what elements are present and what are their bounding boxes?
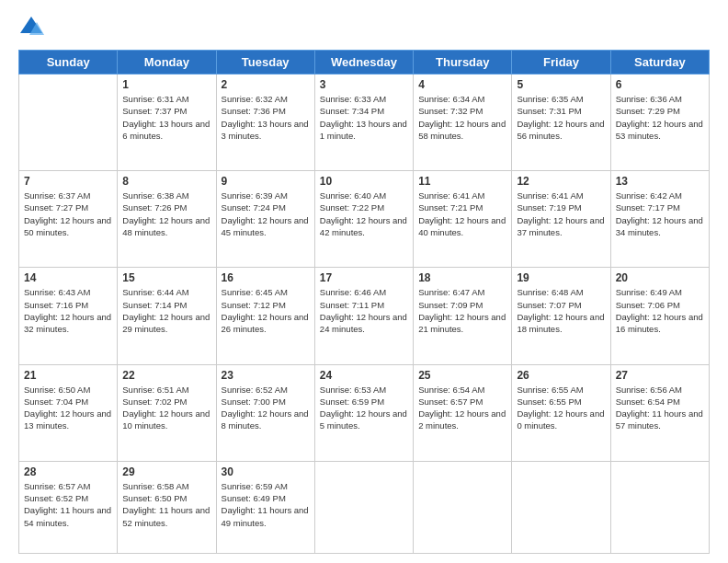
header-row: SundayMondayTuesdayWednesdayThursdayFrid… [19, 51, 710, 75]
calendar-cell [512, 461, 610, 553]
day-number: 29 [122, 465, 210, 478]
day-info: Sunrise: 6:33 AMSunset: 7:34 PMDaylight:… [320, 93, 408, 142]
day-number: 4 [418, 78, 506, 91]
day-number: 10 [320, 175, 408, 188]
day-info: Sunrise: 6:57 AMSunset: 6:52 PMDaylight:… [24, 480, 112, 529]
calendar-cell: 4Sunrise: 6:34 AMSunset: 7:32 PMDaylight… [414, 75, 512, 171]
week-row-3: 14Sunrise: 6:43 AMSunset: 7:16 PMDayligh… [19, 268, 710, 364]
week-row-5: 28Sunrise: 6:57 AMSunset: 6:52 PMDayligh… [19, 461, 710, 553]
day-number: 23 [222, 369, 310, 382]
day-number: 12 [517, 175, 605, 188]
calendar-cell: 7Sunrise: 6:37 AMSunset: 7:27 PMDaylight… [19, 171, 118, 268]
day-number: 22 [122, 369, 210, 382]
day-info: Sunrise: 6:50 AMSunset: 7:04 PMDaylight:… [24, 384, 112, 432]
day-info: Sunrise: 6:37 AMSunset: 7:27 PMDaylight:… [24, 190, 112, 238]
col-header-thursday: Thursday [414, 51, 512, 75]
day-info: Sunrise: 6:41 AMSunset: 7:19 PMDaylight:… [517, 190, 605, 238]
day-number: 21 [24, 369, 112, 382]
day-info: Sunrise: 6:36 AMSunset: 7:29 PMDaylight:… [616, 93, 704, 142]
day-info: Sunrise: 6:51 AMSunset: 7:02 PMDaylight:… [122, 384, 210, 432]
week-row-2: 7Sunrise: 6:37 AMSunset: 7:27 PMDaylight… [19, 171, 710, 268]
calendar-cell: 20Sunrise: 6:49 AMSunset: 7:06 PMDayligh… [610, 268, 709, 364]
day-number: 13 [616, 175, 704, 188]
day-number: 14 [24, 271, 112, 284]
calendar-cell: 15Sunrise: 6:44 AMSunset: 7:14 PMDayligh… [118, 268, 216, 364]
day-info: Sunrise: 6:34 AMSunset: 7:32 PMDaylight:… [418, 93, 506, 142]
calendar-cell: 26Sunrise: 6:55 AMSunset: 6:55 PMDayligh… [512, 364, 610, 461]
calendar-cell: 5Sunrise: 6:35 AMSunset: 7:31 PMDaylight… [512, 75, 610, 171]
day-number: 3 [320, 78, 408, 91]
calendar-cell: 9Sunrise: 6:39 AMSunset: 7:24 PMDaylight… [216, 171, 314, 268]
day-info: Sunrise: 6:56 AMSunset: 6:54 PMDaylight:… [616, 384, 704, 432]
col-header-friday: Friday [512, 51, 610, 75]
col-header-saturday: Saturday [610, 51, 709, 75]
day-number: 6 [616, 78, 704, 91]
calendar-cell: 8Sunrise: 6:38 AMSunset: 7:26 PMDaylight… [118, 171, 216, 268]
page: SundayMondayTuesdayWednesdayThursdayFrid… [0, 0, 728, 563]
day-number: 17 [320, 271, 408, 284]
col-header-tuesday: Tuesday [216, 51, 314, 75]
day-number: 8 [122, 175, 210, 188]
day-info: Sunrise: 6:32 AMSunset: 7:36 PMDaylight:… [222, 93, 310, 142]
calendar-cell: 23Sunrise: 6:52 AMSunset: 7:00 PMDayligh… [216, 364, 314, 461]
day-info: Sunrise: 6:31 AMSunset: 7:37 PMDaylight:… [122, 93, 210, 142]
day-info: Sunrise: 6:54 AMSunset: 6:57 PMDaylight:… [418, 384, 506, 432]
calendar-cell: 19Sunrise: 6:48 AMSunset: 7:07 PMDayligh… [512, 268, 610, 364]
day-number: 27 [616, 369, 704, 382]
day-number: 19 [517, 271, 605, 284]
day-info: Sunrise: 6:47 AMSunset: 7:09 PMDaylight:… [418, 286, 506, 335]
day-info: Sunrise: 6:55 AMSunset: 6:55 PMDaylight:… [517, 384, 605, 432]
calendar-cell: 25Sunrise: 6:54 AMSunset: 6:57 PMDayligh… [414, 364, 512, 461]
day-number: 30 [222, 465, 310, 478]
day-info: Sunrise: 6:46 AMSunset: 7:11 PMDaylight:… [320, 286, 408, 335]
day-info: Sunrise: 6:58 AMSunset: 6:50 PMDaylight:… [122, 480, 210, 529]
calendar-cell: 24Sunrise: 6:53 AMSunset: 6:59 PMDayligh… [314, 364, 413, 461]
calendar-cell: 14Sunrise: 6:43 AMSunset: 7:16 PMDayligh… [19, 268, 118, 364]
calendar-cell [19, 75, 118, 171]
calendar-cell: 27Sunrise: 6:56 AMSunset: 6:54 PMDayligh… [610, 364, 709, 461]
day-number: 15 [122, 271, 210, 284]
day-info: Sunrise: 6:49 AMSunset: 7:06 PMDaylight:… [616, 286, 704, 335]
day-info: Sunrise: 6:35 AMSunset: 7:31 PMDaylight:… [517, 93, 605, 142]
calendar-cell: 3Sunrise: 6:33 AMSunset: 7:34 PMDaylight… [314, 75, 413, 171]
day-info: Sunrise: 6:48 AMSunset: 7:07 PMDaylight:… [517, 286, 605, 335]
day-info: Sunrise: 6:42 AMSunset: 7:17 PMDaylight:… [616, 190, 704, 238]
day-info: Sunrise: 6:43 AMSunset: 7:16 PMDaylight:… [24, 286, 112, 335]
day-number: 16 [222, 271, 310, 284]
day-number: 20 [616, 271, 704, 284]
week-row-1: 1Sunrise: 6:31 AMSunset: 7:37 PMDaylight… [19, 75, 710, 171]
day-info: Sunrise: 6:59 AMSunset: 6:49 PMDaylight:… [222, 480, 310, 529]
calendar-cell: 13Sunrise: 6:42 AMSunset: 7:17 PMDayligh… [610, 171, 709, 268]
calendar-cell [314, 461, 413, 553]
day-number: 9 [222, 175, 310, 188]
day-info: Sunrise: 6:53 AMSunset: 6:59 PMDaylight:… [320, 384, 408, 432]
day-info: Sunrise: 6:41 AMSunset: 7:21 PMDaylight:… [418, 190, 506, 238]
day-info: Sunrise: 6:39 AMSunset: 7:24 PMDaylight:… [222, 190, 310, 238]
calendar-cell: 12Sunrise: 6:41 AMSunset: 7:19 PMDayligh… [512, 171, 610, 268]
logo [18, 15, 48, 40]
calendar-cell: 16Sunrise: 6:45 AMSunset: 7:12 PMDayligh… [216, 268, 314, 364]
calendar-cell: 21Sunrise: 6:50 AMSunset: 7:04 PMDayligh… [19, 364, 118, 461]
week-row-4: 21Sunrise: 6:50 AMSunset: 7:04 PMDayligh… [19, 364, 710, 461]
day-number: 24 [320, 369, 408, 382]
day-number: 5 [517, 78, 605, 91]
day-info: Sunrise: 6:40 AMSunset: 7:22 PMDaylight:… [320, 190, 408, 238]
header [18, 15, 710, 40]
col-header-wednesday: Wednesday [314, 51, 413, 75]
col-header-monday: Monday [118, 51, 216, 75]
day-number: 18 [418, 271, 506, 284]
day-number: 7 [24, 175, 112, 188]
day-info: Sunrise: 6:38 AMSunset: 7:26 PMDaylight:… [122, 190, 210, 238]
day-number: 25 [418, 369, 506, 382]
calendar-cell: 30Sunrise: 6:59 AMSunset: 6:49 PMDayligh… [216, 461, 314, 553]
day-info: Sunrise: 6:44 AMSunset: 7:14 PMDaylight:… [122, 286, 210, 335]
calendar-cell: 10Sunrise: 6:40 AMSunset: 7:22 PMDayligh… [314, 171, 413, 268]
calendar-cell [610, 461, 709, 553]
calendar-cell: 1Sunrise: 6:31 AMSunset: 7:37 PMDaylight… [118, 75, 216, 171]
calendar-cell: 28Sunrise: 6:57 AMSunset: 6:52 PMDayligh… [19, 461, 118, 553]
day-number: 2 [222, 78, 310, 91]
col-header-sunday: Sunday [19, 51, 118, 75]
day-number: 28 [24, 465, 112, 478]
calendar-cell: 29Sunrise: 6:58 AMSunset: 6:50 PMDayligh… [118, 461, 216, 553]
day-number: 1 [122, 78, 210, 91]
